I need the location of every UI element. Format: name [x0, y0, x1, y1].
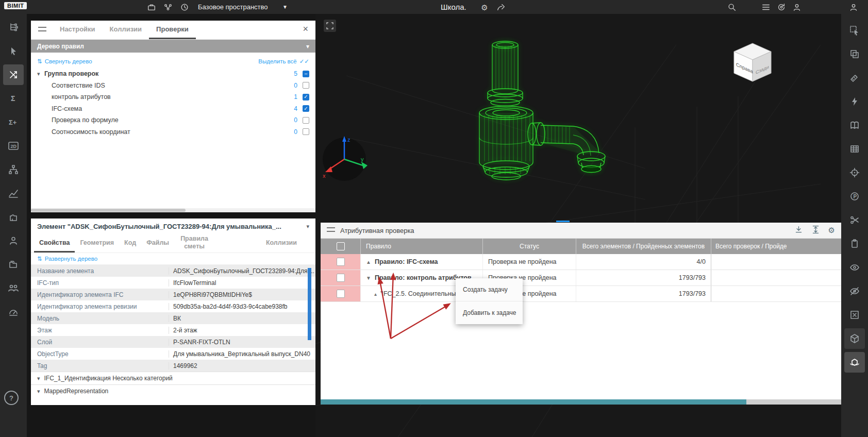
navigation-cube[interactable]: Справа Сзади	[728, 37, 777, 86]
expand-caret-icon[interactable]: ▼	[366, 275, 371, 281]
panel-menu-icon[interactable]	[327, 227, 335, 233]
table-row[interactable]: ▲Правило: IFC-схема Проверка не пройдена…	[321, 254, 841, 270]
select-all-checkbox[interactable]	[337, 242, 345, 250]
tab-checks[interactable]: Проверки	[149, 21, 196, 39]
tree-item-checkbox[interactable]	[303, 117, 309, 124]
tree-item[interactable]: Проверка по формуле 0	[31, 114, 315, 126]
tab-code[interactable]: Код	[119, 234, 141, 253]
column-elements[interactable]: Всего элементов / Пройденных элементов	[576, 239, 711, 254]
scrollbar-thumb[interactable]	[321, 399, 746, 405]
account-icon[interactable]	[848, 2, 859, 12]
caret-down-icon[interactable]: ▾	[306, 223, 309, 230]
close-icon[interactable]: ×	[303, 24, 308, 35]
person-icon[interactable]	[3, 230, 24, 251]
sync-user-icon[interactable]	[776, 2, 787, 12]
scrollbar-thumb[interactable]	[31, 209, 186, 212]
column-checks[interactable]: Всего проверок / Пройде	[711, 239, 841, 254]
projects-icon[interactable]	[3, 254, 24, 275]
menu-item-create-task[interactable]: Создать задачу	[456, 278, 523, 301]
property-group-mapped[interactable]: ▾ MappedRepresentation	[31, 384, 315, 397]
panel-menu-icon[interactable]	[38, 27, 46, 33]
element-header[interactable]: Элемент "ADSK_СифонБутылочный_ГОСТ23289-…	[31, 218, 315, 234]
tab-properties[interactable]: Свойства	[34, 234, 75, 253]
search-icon[interactable]	[727, 2, 737, 12]
rules-tree-header[interactable]: Дерево правил ▾	[31, 40, 315, 53]
user-icon[interactable]	[792, 2, 802, 12]
row-checkbox[interactable]	[337, 290, 345, 298]
column-rule[interactable]: Правило	[361, 239, 483, 254]
close-box-icon[interactable]	[844, 305, 865, 325]
team-network-icon[interactable]	[163, 2, 173, 12]
select-all-link[interactable]: Выделить всё ✓✓	[258, 58, 309, 65]
model-tree-icon[interactable]	[3, 17, 24, 38]
menu-item-add-to-task[interactable]: Добавить к задаче	[456, 301, 523, 324]
tree-item-checkbox[interactable]	[303, 94, 309, 100]
panel-resize-handle[interactable]	[556, 221, 570, 222]
eye-off-icon[interactable]	[844, 281, 865, 301]
caret-down-icon[interactable]: ▾	[37, 71, 44, 77]
tree-item[interactable]: контроль атрибутов 1	[31, 91, 315, 103]
book-icon[interactable]	[844, 115, 865, 136]
help-button[interactable]: ?	[4, 391, 19, 405]
fullscreen-button[interactable]	[324, 20, 336, 32]
copy-icon[interactable]	[844, 44, 865, 64]
tree-item[interactable]: Соответствие IDS 0	[31, 80, 315, 92]
tree-root-checkbox[interactable]	[303, 71, 309, 77]
plugins-icon[interactable]	[3, 207, 24, 227]
table-row[interactable]: ▼Правило: контроль атрибутов Проверка не…	[321, 270, 841, 286]
cube-icon[interactable]	[844, 328, 865, 349]
table-settings-icon[interactable]: ⚙	[828, 226, 835, 234]
tab-files[interactable]: Файлы	[141, 234, 174, 253]
table-row[interactable]: ▴'IFC_2.5. Соединительные Проверка не пр…	[321, 286, 841, 302]
orbit-cube-icon[interactable]	[844, 352, 865, 373]
tree-root-row[interactable]: ▾ Группа проверок 5	[31, 68, 315, 80]
tab-collisions-el[interactable]: Коллизии	[261, 234, 302, 253]
header-checkbox-cell[interactable]	[321, 239, 361, 254]
parking-icon[interactable]: P	[844, 186, 865, 207]
section-cut-icon[interactable]	[844, 210, 865, 230]
ruler-icon[interactable]	[844, 68, 865, 88]
tab-settings[interactable]: Настройки	[53, 21, 103, 39]
row-checkbox[interactable]	[337, 258, 345, 266]
table-horizontal-scrollbar[interactable]	[321, 399, 841, 405]
settings-gear-icon[interactable]: ⚙	[479, 2, 490, 12]
collapse-tree-link[interactable]: ⇅ Свернуть дерево	[37, 58, 92, 65]
row-checkbox-cell[interactable]	[321, 286, 361, 301]
collapse-caret-icon[interactable]: ▴	[374, 291, 377, 297]
clipboard-icon[interactable]	[844, 233, 865, 254]
app-logo[interactable]: BIMIT	[4, 2, 27, 9]
sum-plus-icon[interactable]: Σ+	[3, 112, 24, 132]
charts-icon[interactable]	[3, 183, 24, 204]
tree-item-checkbox[interactable]	[303, 82, 309, 89]
eye-icon[interactable]	[844, 257, 865, 278]
column-status[interactable]: Статус	[483, 239, 576, 254]
workspace-icon[interactable]	[146, 2, 157, 12]
team-icon[interactable]	[3, 278, 24, 298]
tree-item-checkbox[interactable]	[303, 128, 309, 135]
align-bottom-icon[interactable]	[794, 225, 803, 236]
structure-icon[interactable]	[3, 159, 24, 180]
expand-tree-link[interactable]: ⇅ Развернуть дерево	[31, 253, 315, 265]
share-icon[interactable]	[496, 2, 506, 12]
row-checkbox-cell[interactable]	[321, 270, 361, 285]
chevron-down-icon[interactable]: ▼	[282, 4, 288, 10]
property-group-ifc1[interactable]: ▾ IFC_1_Идентификация Несколько категори…	[31, 372, 315, 384]
tree-item-checkbox[interactable]	[303, 105, 309, 112]
vertical-scrollbar-thumb[interactable]	[308, 268, 311, 340]
row-checkbox[interactable]	[337, 274, 345, 282]
tab-estimate-rules[interactable]: Правила сметы	[174, 234, 214, 253]
collisions-icon[interactable]	[3, 64, 24, 85]
select-pointer-icon[interactable]	[3, 41, 24, 61]
2d-view-icon[interactable]: 2D	[3, 136, 24, 156]
axis-gizmo[interactable]: z y x	[316, 131, 373, 190]
tab-collisions[interactable]: Коллизии	[103, 21, 149, 39]
row-checkbox-cell[interactable]	[321, 254, 361, 270]
tab-geometry[interactable]: Геометрия	[75, 234, 119, 253]
fit-rows-icon[interactable]	[811, 225, 820, 236]
dashboard-icon[interactable]	[3, 301, 24, 322]
area-select-icon[interactable]	[844, 20, 865, 41]
tree-item[interactable]: IFC-схема 4	[31, 103, 315, 115]
menu-list-icon[interactable]	[761, 2, 771, 12]
target-icon[interactable]	[844, 162, 865, 183]
workspace-selector[interactable]: Базовое пространство	[198, 3, 268, 11]
